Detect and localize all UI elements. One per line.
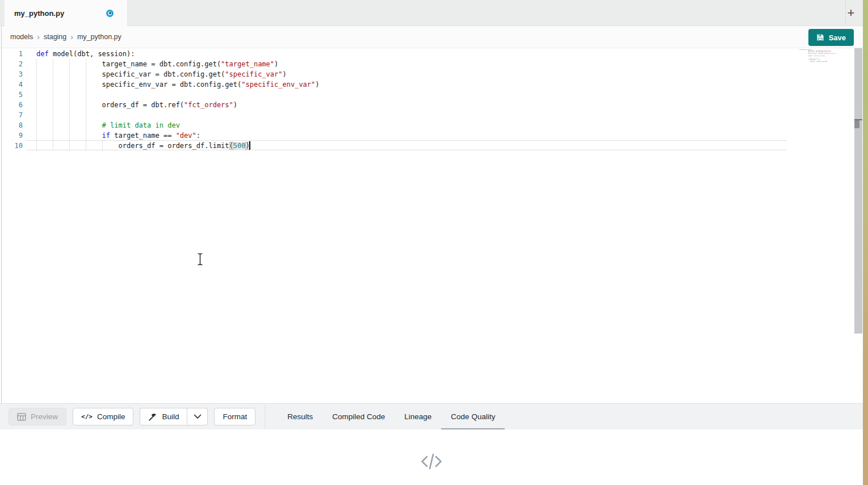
preview-table-icon	[17, 413, 26, 421]
minimap-content: def model(dbt, session): target_name = d…	[795, 49, 857, 62]
build-button-label: Build	[162, 412, 179, 421]
tab-results[interactable]: Results	[278, 404, 322, 430]
breadcrumb-separator-icon: ›	[70, 32, 73, 41]
breadcrumb-staging[interactable]: staging	[44, 33, 66, 41]
empty-state-code-icon	[420, 452, 443, 471]
editor-tab-bar: my_python.py +	[0, 0, 863, 26]
results-panel	[0, 429, 863, 485]
code-line[interactable]: orders_df = dbt.ref("fct_orders")	[0, 100, 846, 110]
code-line[interactable]: # limit data in dev	[0, 120, 846, 130]
editor-scrollbar[interactable]	[854, 48, 862, 334]
tab-code-quality[interactable]: Code Quality	[441, 404, 505, 430]
text-caret	[249, 141, 250, 150]
build-hammer-icon	[148, 412, 157, 421]
save-button-label: Save	[829, 33, 846, 42]
file-tab-label: my_python.py	[14, 9, 64, 18]
chevron-down-icon	[194, 414, 202, 419]
code-line[interactable]: def model(dbt, session):	[0, 49, 846, 59]
unsaved-changes-icon	[106, 10, 114, 17]
breadcrumb-bar: models › staging › my_python.py Save	[0, 26, 863, 48]
code-line[interactable]: specific_env_var = dbt.config.get("speci…	[0, 79, 846, 90]
code-editor[interactable]: 12345678910 def model(dbt, session): tar…	[0, 48, 863, 403]
code-line[interactable]: specific_var = dbt.config.get("specific_…	[0, 69, 846, 79]
code-lines[interactable]: def model(dbt, session): target_name = d…	[0, 49, 846, 151]
ide-screen: my_python.py + models › staging › my_pyt…	[0, 0, 868, 485]
preview-button-label: Preview	[31, 412, 58, 421]
compile-button-label: Compile	[97, 412, 125, 421]
save-button[interactable]: Save	[808, 29, 854, 46]
mouse-ibeam-cursor	[196, 252, 204, 269]
breadcrumb-separator-icon: ›	[37, 32, 40, 41]
ide-window: my_python.py + models › staging › my_pyt…	[0, 0, 863, 485]
desktop-wallpaper-edge	[863, 0, 868, 485]
minimap[interactable]: def model(dbt, session): target_name = d…	[795, 49, 857, 66]
code-line[interactable]: orders_df = orders_df.limit(500)	[0, 141, 846, 151]
format-button-label: Format	[223, 412, 247, 421]
save-icon	[816, 33, 824, 41]
code-line[interactable]: orders_df = orders_df.limit(500)	[795, 61, 857, 62]
toolbar-divider	[265, 405, 265, 429]
build-options-dropdown-button[interactable]	[187, 408, 208, 425]
breadcrumb-file[interactable]: my_python.py	[77, 33, 121, 41]
preview-button[interactable]: Preview	[9, 408, 66, 425]
compile-code-icon: </>	[81, 413, 93, 420]
file-tab-my-python[interactable]: my_python.py	[5, 0, 128, 26]
tab-lineage[interactable]: Lineage	[395, 404, 441, 430]
compile-button[interactable]: </> Compile	[73, 408, 133, 425]
bottom-toolbar: Preview </> Compile Build	[0, 403, 863, 429]
code-line[interactable]: if target_name == "dev":	[0, 130, 846, 141]
code-line[interactable]: target_name = dbt.config.get("target_nam…	[0, 59, 846, 69]
new-tab-button[interactable]: +	[842, 5, 859, 22]
panel-tab-list: Results Compiled Code Lineage Code Quali…	[278, 404, 505, 430]
format-button[interactable]: Format	[214, 408, 255, 425]
code-line[interactable]	[0, 110, 846, 120]
breadcrumb-models[interactable]: models	[10, 33, 33, 41]
build-button[interactable]: Build	[140, 408, 187, 425]
scrollbar-marker	[854, 120, 859, 128]
tab-compiled-code[interactable]: Compiled Code	[322, 404, 395, 430]
code-line[interactable]	[0, 90, 846, 100]
